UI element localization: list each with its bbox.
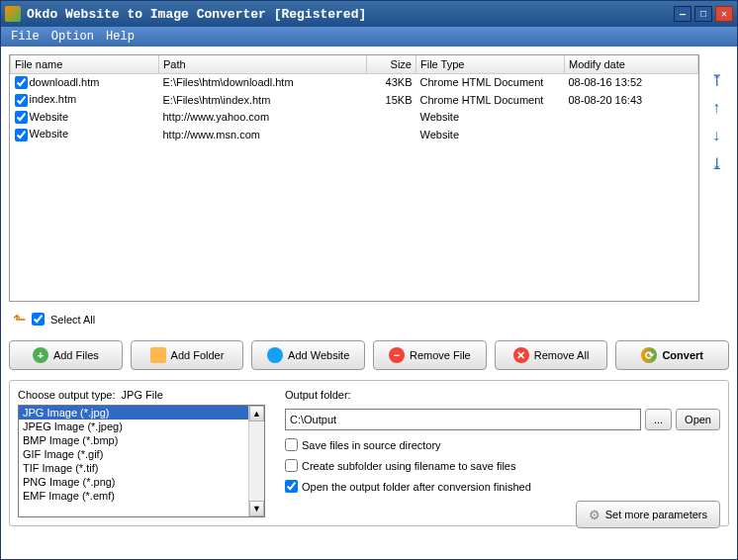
plus-icon: +: [33, 347, 48, 363]
app-logo-icon: [5, 6, 21, 22]
reorder-controls: ⤒ ↑ ↓ ⤓: [703, 54, 729, 302]
table-row[interactable]: Websitehttp://www.msn.comWebsite: [11, 126, 698, 143]
app-window: Okdo Website to Image Converter [Registe…: [0, 0, 738, 560]
file-table: File name Path Size File Type Modify dat…: [9, 54, 699, 302]
globe-icon: 🌐: [267, 347, 283, 363]
listbox-scrollbar[interactable]: ▲ ▼: [248, 406, 264, 516]
output-type-section: Choose output type: JPG File JPG Image (…: [18, 389, 265, 517]
move-down-button[interactable]: ↓: [706, 126, 726, 145]
menu-bar: File Option Help: [1, 27, 737, 47]
select-all-row: ⬑ Select All: [9, 308, 729, 330]
content-area: File name Path Size File Type Modify dat…: [1, 47, 737, 559]
add-files-button[interactable]: +Add Files: [9, 340, 123, 370]
save-source-label: Save files in source directory: [302, 439, 441, 451]
table-row-container: File name Path Size File Type Modify dat…: [9, 54, 729, 302]
col-size[interactable]: Size: [367, 55, 416, 73]
remove-all-icon: ✕: [513, 347, 529, 363]
folder-icon: [150, 347, 166, 363]
window-title: Okdo Website to Image Converter [Registe…: [27, 7, 674, 22]
browse-button[interactable]: ...: [645, 409, 672, 430]
output-type-option[interactable]: JPG Image (*.jpg): [19, 406, 248, 420]
add-website-button[interactable]: 🌐Add Website: [251, 340, 365, 370]
remove-file-button[interactable]: −Remove File: [373, 340, 487, 370]
scroll-up-button[interactable]: ▲: [249, 406, 264, 421]
action-button-row: +Add Files Add Folder 🌐Add Website −Remo…: [9, 336, 729, 374]
convert-button[interactable]: ⟳Convert: [615, 340, 729, 370]
output-type-option[interactable]: GIF Image (*.gif): [19, 447, 248, 461]
move-bottom-button[interactable]: ⤓: [706, 153, 726, 173]
convert-icon: ⟳: [641, 347, 657, 363]
col-filename[interactable]: File name: [11, 55, 159, 73]
up-folder-icon[interactable]: ⬑: [13, 310, 26, 328]
output-type-option[interactable]: TIF Image (*.tif): [19, 461, 248, 475]
set-more-parameters-button[interactable]: ⚙Set more parameters: [576, 501, 720, 528]
save-source-checkbox[interactable]: [285, 438, 298, 451]
output-type-option[interactable]: PNG Image (*.png): [19, 475, 248, 489]
output-folder-label: Output folder:: [285, 389, 720, 401]
table-row[interactable]: index.htmE:\Files\htm\index.htm15KBChrom…: [11, 91, 698, 109]
output-type-listbox[interactable]: JPG Image (*.jpg)JPEG Image (*.jpeg)BMP …: [18, 405, 265, 517]
table-header-row: File name Path Size File Type Modify dat…: [11, 55, 698, 73]
output-folder-row: ... Open: [285, 409, 720, 430]
output-folder-input[interactable]: [285, 409, 641, 430]
row-checkbox[interactable]: [15, 111, 28, 124]
close-button[interactable]: ✕: [715, 6, 733, 22]
subfolder-checkbox[interactable]: [285, 459, 298, 472]
scroll-down-button[interactable]: ▼: [249, 501, 264, 516]
output-type-option[interactable]: JPEG Image (*.jpeg): [19, 420, 248, 433]
minus-icon: −: [389, 347, 405, 363]
move-top-button[interactable]: ⤒: [706, 70, 726, 90]
table-row[interactable]: downloadl.htmE:\Files\htm\downloadl.htm4…: [11, 73, 698, 91]
subfolder-label: Create subfolder using filename to save …: [302, 460, 515, 472]
move-up-button[interactable]: ↑: [706, 98, 726, 118]
output-type-option[interactable]: BMP Image (*.bmp): [19, 433, 248, 447]
remove-all-button[interactable]: ✕Remove All: [495, 340, 608, 370]
open-folder-button[interactable]: Open: [676, 409, 720, 430]
maximize-button[interactable]: □: [694, 6, 712, 22]
menu-option[interactable]: Option: [47, 28, 98, 46]
output-type-option[interactable]: EMF Image (*.emf): [19, 489, 248, 503]
output-options-section: Output folder: ... Open Save files in so…: [285, 389, 720, 517]
window-controls: — □ ✕: [674, 6, 733, 22]
menu-file[interactable]: File: [7, 28, 44, 46]
menu-help[interactable]: Help: [102, 28, 138, 46]
col-modify[interactable]: Modify date: [565, 55, 698, 73]
minimize-button[interactable]: —: [674, 6, 692, 22]
select-all-label: Select All: [50, 314, 95, 326]
open-after-label: Open the output folder after conversion …: [302, 481, 531, 493]
gear-icon: ⚙: [589, 508, 600, 522]
open-after-checkbox[interactable]: [285, 480, 298, 493]
output-type-label: Choose output type: JPG File: [18, 389, 265, 401]
output-panel: Choose output type: JPG File JPG Image (…: [9, 380, 729, 526]
scroll-track[interactable]: [249, 421, 264, 501]
row-checkbox[interactable]: [15, 129, 28, 141]
add-folder-button[interactable]: Add Folder: [131, 340, 244, 370]
select-all-checkbox[interactable]: [32, 313, 45, 326]
row-checkbox[interactable]: [15, 76, 28, 89]
row-checkbox[interactable]: [15, 94, 28, 107]
col-path[interactable]: Path: [159, 55, 367, 73]
col-filetype[interactable]: File Type: [416, 55, 565, 73]
titlebar: Okdo Website to Image Converter [Registe…: [1, 1, 737, 27]
table-row[interactable]: Websitehttp://www.yahoo.comWebsite: [11, 109, 698, 127]
